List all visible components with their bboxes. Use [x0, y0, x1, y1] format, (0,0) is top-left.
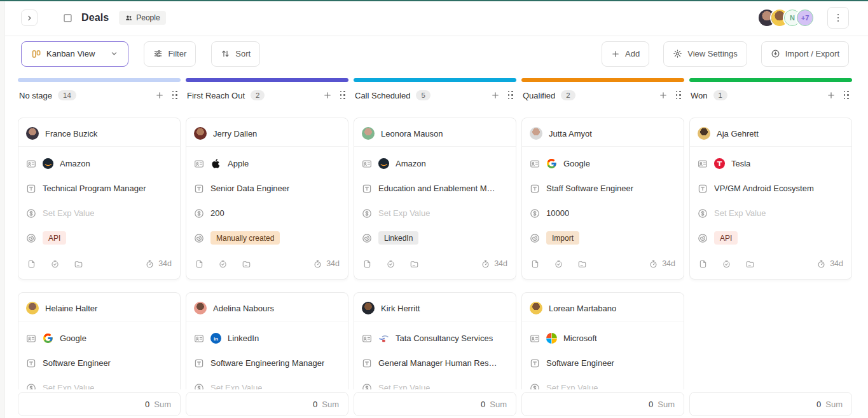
exp-value-field[interactable]: Set Exp Value	[26, 380, 172, 389]
card-header: Jutta Amyot	[522, 118, 684, 147]
deal-card[interactable]: Kirk Herritt Tata Consultancy Services G…	[354, 292, 516, 389]
folder-icon[interactable]	[74, 259, 83, 269]
company-field[interactable]: Google	[26, 330, 172, 346]
folder-icon[interactable]	[410, 259, 419, 269]
company-field[interactable]: Amazon	[26, 156, 172, 172]
view-switcher-dropdown[interactable]: Kanban View	[21, 41, 128, 67]
folder-icon[interactable]	[577, 259, 587, 269]
creation-source-field[interactable]: LinkedIn	[362, 230, 508, 246]
note-icon[interactable]	[362, 259, 372, 269]
dots-vertical-icon	[837, 14, 839, 22]
column-add-card-button[interactable]	[322, 90, 333, 101]
job-title-field[interactable]: Technical Program Manager	[26, 180, 172, 196]
view-settings-button[interactable]: View Settings	[663, 41, 747, 67]
creation-source-field[interactable]: Manually created	[194, 230, 340, 246]
card-footer: 34d	[26, 256, 172, 271]
note-icon[interactable]	[530, 259, 540, 269]
column-add-card-button[interactable]	[658, 90, 669, 101]
column-drag-handle-icon[interactable]	[339, 90, 348, 102]
job-title-field[interactable]: Software Engineering Manager	[194, 355, 340, 371]
company-field[interactable]: Apple	[194, 156, 340, 172]
job-title-field[interactable]: Staff Software Engineer	[530, 180, 676, 196]
job-title-field[interactable]: Senior Data Engineer	[194, 180, 340, 196]
task-check-icon[interactable]	[386, 259, 396, 269]
sort-button[interactable]: Sort	[211, 41, 260, 67]
exp-value-field[interactable]: Set Exp Value	[26, 205, 172, 221]
deal-card[interactable]: Aja Gehrett Tesla VP/GM Android Ecosyste…	[689, 118, 852, 280]
deal-card[interactable]: France Buzick Amazon Technical Program M…	[18, 118, 181, 280]
exp-value-field[interactable]: Set Exp Value	[194, 380, 340, 389]
job-title: General Manager Human Res…	[378, 358, 497, 368]
exp-value-field[interactable]: 200	[194, 205, 340, 221]
column-add-card-button[interactable]	[154, 90, 165, 101]
deal-card[interactable]: Adelina Nabours in LinkedIn Software Eng…	[186, 292, 348, 389]
deal-card[interactable]: Jutta Amyot Google Staff Software Engine…	[521, 118, 684, 280]
company-field[interactable]: in LinkedIn	[194, 330, 340, 346]
company-field[interactable]: Tesla	[698, 156, 844, 172]
currency-dollar-icon	[698, 208, 708, 219]
currency-dollar-icon	[530, 208, 540, 219]
exp-value-field[interactable]: Set Exp Value	[530, 380, 676, 389]
job-title-field[interactable]: Software Engineer	[26, 355, 172, 371]
folder-icon[interactable]	[745, 259, 755, 269]
column-add-card-button[interactable]	[490, 90, 501, 101]
job-title-field[interactable]: General Manager Human Res…	[362, 355, 508, 371]
task-check-icon[interactable]	[722, 259, 731, 269]
card-body: Apple Senior Data Engineer 200 Manually …	[186, 156, 348, 279]
creation-source-field[interactable]: Import	[530, 230, 676, 246]
currency-dollar-icon	[194, 208, 204, 219]
card-age: 34d	[145, 259, 172, 269]
plus-icon	[611, 50, 620, 58]
column-drag-handle-icon[interactable]	[507, 90, 516, 102]
deal-card[interactable]: Leonora Mauson Amazon Education and Enab…	[354, 118, 516, 280]
column-cards: Jerry Dallen Apple Senior Data Engineer …	[186, 118, 348, 389]
column-title: Won	[691, 91, 708, 100]
expand-sidebar-button[interactable]	[21, 10, 38, 26]
workspace-members-avatars: N+7	[759, 10, 813, 26]
column-drag-handle-icon[interactable]	[171, 90, 180, 102]
page-menu-button[interactable]	[827, 7, 849, 29]
column-add-card-button[interactable]	[825, 90, 837, 101]
folder-icon[interactable]	[242, 259, 251, 269]
app-window: Deals People N+7 Kanban View Filter Sort	[0, 0, 868, 418]
deal-card[interactable]: Helaine Halter Google Software Engineer …	[18, 292, 181, 389]
contact-card-icon	[530, 334, 540, 344]
job-title-field[interactable]: Education and Enablement M…	[362, 180, 508, 196]
exp-value-field[interactable]: Set Exp Value	[362, 205, 508, 221]
sort-label: Sort	[235, 49, 251, 58]
top-bar: Deals People N+7	[0, 0, 868, 36]
column-count-badge: 14	[58, 90, 76, 100]
deal-card[interactable]: Jerry Dallen Apple Senior Data Engineer …	[186, 118, 348, 280]
exp-value-field[interactable]: Set Exp Value	[698, 205, 844, 221]
member-avatar-7[interactable]: +7	[797, 10, 813, 26]
related-people-badge[interactable]: People	[119, 11, 165, 25]
exp-value-field[interactable]: Set Exp Value	[362, 380, 508, 389]
creation-source-field[interactable]: API	[698, 230, 844, 246]
creation-source-field[interactable]: API	[26, 230, 172, 246]
company-field[interactable]: Google	[530, 156, 676, 172]
filter-button[interactable]: Filter	[144, 41, 196, 67]
column-sum-row: 0 Sum	[186, 392, 348, 416]
task-check-icon[interactable]	[554, 259, 563, 269]
card-age-value: 34d	[662, 259, 675, 268]
note-icon[interactable]	[27, 259, 36, 269]
company-field[interactable]: Microsoft	[530, 330, 676, 346]
add-record-button[interactable]: Add	[602, 41, 649, 67]
deal-card[interactable]: Lorean Martabano Microsoft Software Engi…	[521, 292, 684, 389]
task-check-icon[interactable]	[50, 259, 60, 269]
note-icon[interactable]	[195, 259, 204, 269]
job-title-field[interactable]: Software Engineer	[530, 355, 676, 371]
company-field[interactable]: Tata Consultancy Services	[362, 330, 508, 346]
exp-value-field[interactable]: 10000	[530, 205, 676, 221]
company-field[interactable]: Amazon	[362, 156, 508, 172]
job-title: Technical Program Manager	[43, 184, 146, 193]
company-name: Amazon	[60, 159, 90, 168]
task-check-icon[interactable]	[218, 259, 228, 269]
job-title-field[interactable]: VP/GM Android Ecosystem	[698, 180, 844, 196]
column-drag-handle-icon[interactable]	[843, 90, 851, 102]
import-export-button[interactable]: Import / Export	[761, 41, 849, 67]
note-icon[interactable]	[698, 259, 708, 269]
collapsed-sidebar-strip	[0, 1, 5, 418]
column-sum-row: 0 Sum	[18, 392, 181, 416]
column-drag-handle-icon[interactable]	[675, 90, 684, 102]
